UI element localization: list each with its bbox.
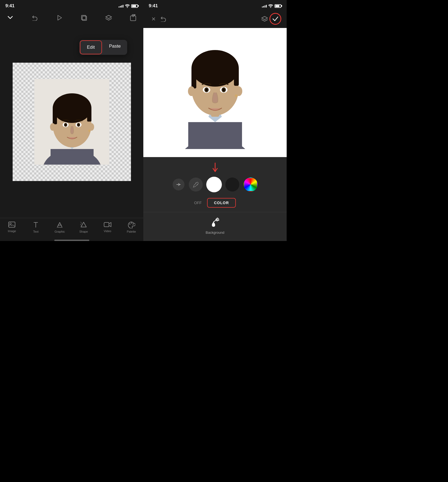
nav-label-video: Video [104, 229, 111, 233]
nav-label-text: Text [33, 230, 38, 233]
svg-rect-23 [104, 222, 109, 227]
confirm-button[interactable] [269, 13, 281, 25]
svg-point-38 [235, 94, 237, 97]
white-color-option[interactable] [207, 178, 221, 192]
person-svg [34, 79, 109, 165]
svg-point-41 [205, 89, 208, 91]
svg-rect-35 [234, 68, 239, 86]
nav-label-graphic: Graphic [55, 230, 65, 233]
background-section: Background [143, 212, 287, 241]
nav-item-video[interactable]: Video [99, 221, 116, 233]
nav-item-shape[interactable]: Shape [76, 221, 92, 233]
left-panel: 9:41 [0, 0, 143, 241]
rainbow-color-option[interactable] [244, 178, 258, 192]
svg-rect-21 [9, 222, 15, 227]
canvas-image[interactable] [13, 63, 131, 181]
svg-rect-10 [53, 108, 57, 124]
right-battery-icon [275, 4, 281, 8]
svg-point-18 [50, 123, 55, 131]
share-button[interactable] [128, 13, 138, 23]
red-arrow [212, 162, 218, 173]
svg-rect-5 [51, 149, 94, 165]
svg-rect-11 [87, 108, 91, 122]
svg-point-19 [89, 123, 94, 131]
left-toolbar [0, 11, 143, 26]
right-status-icons [262, 4, 281, 8]
nav-label-image: Image [8, 229, 16, 233]
battery-icon [131, 4, 138, 8]
color-dropper-button[interactable] [189, 178, 203, 192]
graphic-icon [56, 221, 63, 228]
svg-point-17 [78, 124, 79, 126]
paste-menu-item[interactable]: Paste [103, 40, 127, 55]
nav-item-text[interactable]: Text [28, 221, 44, 233]
svg-point-14 [65, 124, 66, 126]
nav-label-shape: Shape [79, 230, 88, 233]
bottom-nav: Image Text Graphic Shape [0, 218, 143, 239]
background-label: Background [206, 231, 224, 235]
right-undo-button[interactable] [158, 14, 168, 24]
background-icon[interactable] [209, 217, 221, 228]
expand-button[interactable] [173, 179, 184, 190]
svg-point-20 [88, 130, 90, 132]
video-icon [104, 221, 112, 228]
off-label: OFF [194, 201, 202, 205]
svg-point-25 [131, 222, 132, 224]
close-button[interactable]: × [149, 14, 158, 24]
svg-point-24 [129, 224, 130, 225]
shape-icon [80, 221, 87, 228]
svg-point-36 [188, 86, 195, 96]
bottom-panel: OFF COLOR Background [143, 157, 287, 241]
svg-rect-34 [191, 68, 196, 88]
edit-menu-item[interactable]: Edit [80, 40, 102, 54]
right-status-bar: 9:41 [143, 0, 287, 11]
text-icon [33, 221, 39, 228]
black-color-option[interactable] [225, 178, 239, 192]
right-panel: 9:41 × [143, 0, 287, 241]
play-button[interactable] [55, 13, 64, 23]
left-status-bar: 9:41 [0, 0, 143, 11]
nav-item-palette[interactable]: Palette [123, 221, 140, 233]
photo-frame [34, 79, 109, 165]
svg-point-26 [133, 224, 134, 225]
nav-item-graphic[interactable]: Graphic [52, 221, 68, 233]
color-label-row: OFF COLOR [143, 196, 287, 212]
svg-point-22 [10, 223, 11, 225]
right-layers-button[interactable] [260, 14, 269, 24]
nav-item-image[interactable]: Image [4, 221, 20, 233]
right-signal-icon [262, 4, 267, 8]
right-wifi-icon [268, 4, 273, 8]
svg-point-9 [53, 93, 91, 123]
svg-rect-29 [188, 122, 242, 149]
chevron-down-button[interactable] [5, 13, 15, 23]
layers-button[interactable] [79, 13, 89, 23]
arrow-indicator [143, 162, 287, 173]
right-time: 9:41 [149, 3, 158, 9]
home-indicator [54, 240, 89, 241]
color-label-button[interactable]: COLOR [207, 198, 236, 208]
left-status-icons [119, 4, 138, 8]
svg-point-44 [223, 89, 225, 91]
color-options-row [143, 178, 287, 196]
palette-icon [128, 221, 135, 228]
stack-button[interactable] [104, 13, 113, 23]
main-portrait-svg [169, 36, 261, 149]
image-icon [8, 221, 16, 228]
main-image-area[interactable] [143, 28, 287, 157]
svg-point-33 [191, 50, 239, 87]
right-toolbar: × [143, 11, 287, 28]
down-arrow-icon [212, 162, 218, 173]
context-menu: Edit Paste [79, 40, 127, 55]
wifi-icon [125, 4, 130, 8]
left-time: 9:41 [5, 3, 15, 9]
signal-bars-icon [119, 4, 123, 8]
nav-label-palette: Palette [127, 230, 136, 233]
undo-button[interactable] [30, 13, 40, 23]
